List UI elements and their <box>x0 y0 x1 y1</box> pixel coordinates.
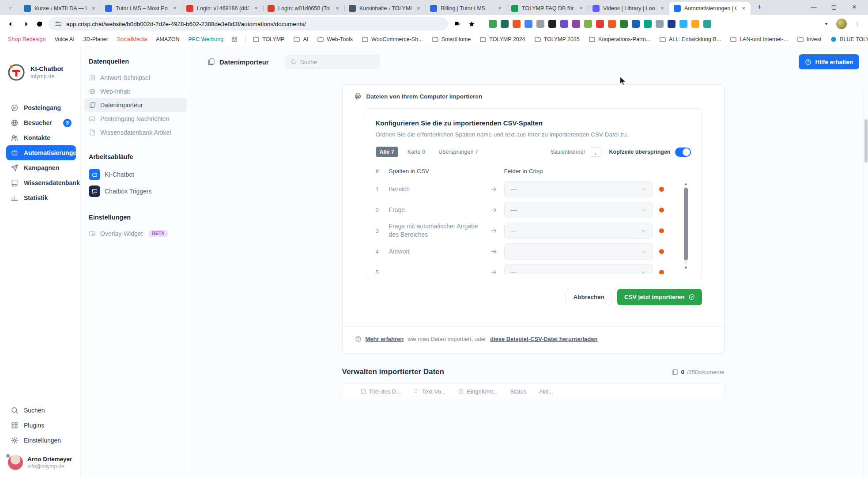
tab-close-icon[interactable]: × <box>577 5 585 12</box>
separator-select[interactable]: , <box>590 147 601 157</box>
tab-close-icon[interactable]: × <box>740 5 747 12</box>
sidebar-item[interactable]: Wissensdatenbank <box>6 175 76 190</box>
search-input[interactable] <box>300 59 366 65</box>
bookmark-item[interactable] <box>229 34 243 44</box>
back-icon[interactable] <box>4 17 18 30</box>
minimize-button[interactable]: — <box>804 0 824 13</box>
bookmark-item[interactable]: TOLYMP 2024 <box>476 34 528 44</box>
browser-tab[interactable]: TOLYMP FAQ DB für KI-An × <box>507 2 588 15</box>
reload-icon[interactable] <box>33 17 46 30</box>
sidebar-footer-item[interactable]: Plugins <box>6 418 76 433</box>
data-source-item[interactable]: Posteingang Nachrichten <box>84 112 187 125</box>
extension-icon[interactable] <box>679 20 687 28</box>
site-settings-icon[interactable] <box>55 20 62 27</box>
bookmark-item[interactable]: BLUE TOLYMP - Pixe... <box>826 34 868 44</box>
extension-icon[interactable] <box>489 20 497 28</box>
rows-scrollbar[interactable]: ▲ ▼ <box>683 182 689 270</box>
tab-close-icon[interactable]: × <box>415 5 422 12</box>
browser-tab[interactable]: Tutor LMS – Most Powerfu × <box>101 2 182 15</box>
bookmark-item[interactable]: 3D-Planer <box>80 35 112 44</box>
crisp-field-select[interactable]: — <box>504 243 653 260</box>
new-tab-button[interactable]: + <box>753 1 766 14</box>
scrollbar-thumb[interactable] <box>684 188 688 260</box>
crisp-field-select[interactable]: — <box>504 181 653 197</box>
browser-tab[interactable]: Kurse ‹ MaTILDA — WordP × <box>19 2 101 15</box>
workflow-item[interactable]: Chatbox Triggers <box>84 183 187 200</box>
table-column-header[interactable]: Text Vo... <box>413 388 445 395</box>
bookmark-item[interactable]: AI <box>290 34 312 44</box>
data-source-item[interactable]: Datenimporteur <box>84 98 187 112</box>
tab-close-icon[interactable]: × <box>659 5 666 12</box>
table-column-header[interactable]: Status <box>510 388 527 395</box>
skip-header-toggle[interactable] <box>675 148 691 157</box>
bookmark-item[interactable]: Web-Tools <box>313 34 356 44</box>
extension-icon[interactable] <box>596 20 604 28</box>
extension-icon[interactable] <box>668 20 676 28</box>
data-source-item[interactable]: Wissensdatenbank Artikel <box>84 125 187 139</box>
tab-close-icon[interactable]: × <box>496 5 503 12</box>
bookmark-item[interactable]: Shop Redesign <box>4 35 49 44</box>
bookmark-item[interactable]: SmartHome <box>428 34 475 44</box>
filter-chip[interactable]: Alle 7 <box>376 147 398 157</box>
tab-close-icon[interactable]: × <box>90 5 97 12</box>
filter-chip[interactable]: Übersprungen 7 <box>434 147 482 157</box>
downloads-icon[interactable] <box>819 17 833 30</box>
sidebar-item[interactable]: Besucher 3 <box>6 115 76 130</box>
extension-icon[interactable] <box>703 20 711 28</box>
menu-kebab-icon[interactable] <box>850 17 864 30</box>
browser-tab[interactable]: Billing | Tutor LMS × <box>426 2 507 15</box>
filter-chip[interactable]: Karte 0 <box>404 147 429 157</box>
extension-icon[interactable] <box>584 20 592 28</box>
cancel-button[interactable]: Abbrechen <box>566 289 612 305</box>
sidebar-item[interactable]: Kontakte <box>6 130 76 145</box>
sidebar-item[interactable]: Kampagnen <box>6 160 76 175</box>
extension-icon[interactable] <box>644 20 652 28</box>
bookmark-item[interactable]: Voice AI <box>51 35 78 44</box>
bookmark-item[interactable]: Kooperations-Partn... <box>585 34 654 44</box>
bookmark-item[interactable]: AMAZON <box>152 35 183 44</box>
import-csv-button[interactable]: CSV jetzt importieren <box>617 289 702 305</box>
extension-icon[interactable] <box>548 20 556 28</box>
extension-icon[interactable] <box>513 20 521 28</box>
bookmark-item[interactable]: WooCommerce-Sh... <box>358 34 426 44</box>
bookmark-star-icon[interactable] <box>465 17 478 30</box>
table-column-header[interactable]: Akti... <box>539 388 553 395</box>
bookmark-item[interactable]: TOLYMP 2025 <box>531 34 583 44</box>
extension-icon[interactable] <box>632 20 640 28</box>
browser-tab[interactable]: Videos | Library | Loom × <box>588 2 669 15</box>
scroll-up-icon[interactable]: ▲ <box>684 182 688 186</box>
table-column-header[interactable]: Eingeführt... <box>458 388 498 395</box>
page-scrollbar[interactable] <box>864 91 868 477</box>
extension-icon[interactable] <box>560 20 568 28</box>
sidebar-item[interactable]: Posteingang <box>6 100 76 115</box>
bookmark-item[interactable]: TOLYMP <box>249 34 288 44</box>
extension-icon[interactable] <box>691 20 699 28</box>
table-column-header[interactable]: Titel des D... <box>360 388 401 395</box>
settings-item[interactable]: Overlay-Widget BETA <box>84 227 187 240</box>
data-source-item[interactable]: Antwort-Schnipsel <box>84 71 187 84</box>
address-bar[interactable]: app.crisp.chat/website/b0db002d-7d2e-492… <box>49 17 448 30</box>
extension-icon[interactable] <box>572 20 580 28</box>
browser-tab[interactable]: Login: v1469186 (dd31014 × <box>182 2 263 15</box>
sample-csv-link[interactable]: diese Beispiel-CSV-Datei herunterladen <box>490 336 597 342</box>
scroll-down-icon[interactable]: ▼ <box>684 265 688 270</box>
page-scrollbar-thumb[interactable] <box>864 119 868 163</box>
extension-icon[interactable] <box>536 20 544 28</box>
data-source-item[interactable]: Web-Inhalt <box>84 84 187 98</box>
sidebar-item[interactable]: Statistik <box>6 190 76 205</box>
maximize-button[interactable]: ▢ <box>824 0 844 13</box>
tab-close-icon[interactable]: × <box>253 5 260 12</box>
forward-icon[interactable] <box>19 17 32 30</box>
get-help-button[interactable]: Hilfe erhalten <box>799 54 859 69</box>
crisp-field-select[interactable]: — <box>504 223 653 239</box>
sidebar-footer-item[interactable]: Einstellungen <box>6 433 76 448</box>
sidebar-item[interactable]: Automatisierungen <box>6 145 76 160</box>
bookmark-item[interactable]: SocialMedia <box>113 35 151 44</box>
user-menu[interactable]: Arno Driemeyer info@tolymp.de <box>6 455 76 470</box>
extension-icon[interactable] <box>525 20 532 28</box>
extension-icon[interactable] <box>501 20 509 28</box>
crisp-field-select[interactable]: — <box>504 264 653 275</box>
tab-close-icon[interactable]: × <box>334 5 341 12</box>
browser-tab[interactable]: Automatisierungen | Crisp × <box>669 2 751 15</box>
workspace-switcher[interactable]: KI-Chatbot tolymp.de <box>6 63 76 82</box>
